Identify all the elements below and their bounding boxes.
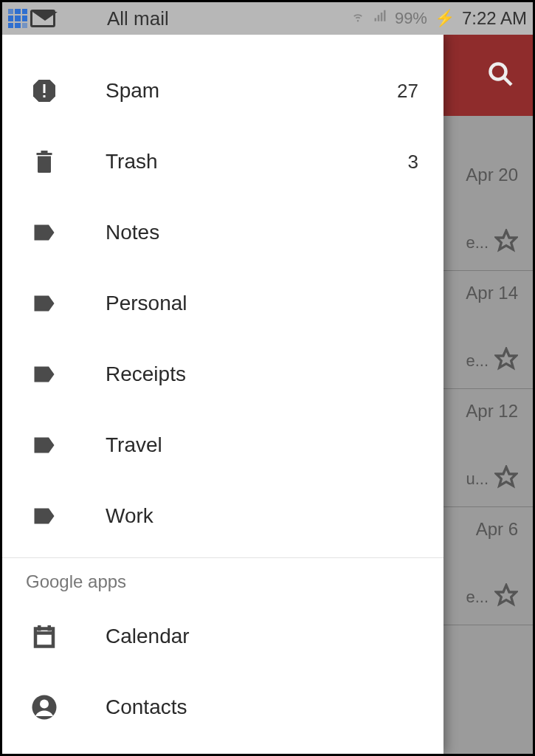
drawer-item-spam[interactable]: Spam 27	[2, 55, 443, 126]
svg-point-11	[40, 700, 49, 709]
drawer-item-label: Contacts	[106, 695, 418, 719]
drawer-item-label: Work	[106, 504, 393, 528]
label-icon	[27, 361, 61, 388]
svg-rect-6	[44, 84, 46, 93]
drawer-section-header: Google apps	[2, 557, 443, 601]
charge-icon: ⚡	[435, 9, 455, 28]
svg-rect-7	[44, 95, 46, 97]
svg-marker-4	[497, 467, 517, 486]
drawer-item-trash[interactable]: Trash 3	[2, 126, 443, 197]
drawer-item-calendar[interactable]: Calendar	[2, 601, 443, 672]
trash-icon	[27, 148, 61, 175]
star-icon[interactable]	[494, 347, 518, 375]
drawer-item-work[interactable]: Work	[2, 481, 443, 551]
drawer-item-personal[interactable]: Personal	[2, 268, 443, 339]
mail-date: Apr 6	[476, 519, 518, 540]
battery-text: 99%	[395, 9, 427, 28]
calendar-icon	[27, 623, 61, 650]
svg-rect-9	[48, 625, 52, 631]
label-icon	[27, 219, 61, 246]
drawer-item-contacts[interactable]: Contacts	[2, 672, 443, 743]
status-bar-title: All mail	[107, 7, 169, 30]
drawer-item-label: Travel	[106, 433, 393, 457]
mail-date: Apr 20	[466, 165, 518, 185]
contacts-icon	[27, 694, 61, 721]
mail-snippet: e...	[466, 233, 489, 252]
mail-snippet: e...	[466, 351, 489, 371]
star-icon[interactable]	[494, 583, 518, 611]
drawer-item-travel[interactable]: Travel	[2, 410, 443, 481]
drawer-item-label: Spam	[106, 79, 393, 103]
drawer-item-count: 27	[393, 80, 418, 103]
navigation-drawer: Spam 27 Trash 3 Notes Personal Receipts	[2, 35, 443, 754]
mail-snippet: e...	[466, 588, 489, 607]
status-bar: All mail 99% ⚡ 7:22 AM	[2, 2, 533, 35]
drawer-item-notes[interactable]: Notes	[2, 197, 443, 268]
star-icon[interactable]	[494, 465, 518, 493]
label-icon	[27, 290, 61, 317]
mail-date: Apr 14	[466, 283, 518, 303]
clock-text: 7:22 AM	[462, 8, 527, 29]
svg-rect-8	[38, 625, 41, 631]
drawer-item-label: Trash	[106, 150, 393, 173]
drawer-item-label: Notes	[106, 221, 393, 244]
drawer-item-label: Personal	[106, 292, 393, 315]
star-icon[interactable]	[494, 229, 518, 257]
mail-snippet: u...	[466, 470, 489, 489]
drawer-item-count: 3	[393, 151, 418, 173]
drawer-item-receipts[interactable]: Receipts	[2, 339, 443, 410]
search-icon[interactable]	[487, 61, 514, 90]
drawer-item-label: Receipts	[106, 362, 393, 386]
wifi-icon	[351, 9, 365, 28]
label-icon	[27, 432, 61, 458]
svg-marker-2	[497, 231, 517, 250]
svg-marker-5	[497, 585, 517, 604]
svg-marker-3	[497, 349, 517, 368]
label-icon	[27, 503, 61, 529]
signal-icon	[373, 9, 387, 28]
apps-grid-icon	[8, 9, 27, 28]
spam-icon	[27, 78, 61, 104]
drawer-item-label: Calendar	[106, 625, 418, 648]
mail-date: Apr 12	[466, 401, 518, 422]
mail-icon	[30, 10, 55, 27]
svg-line-1	[504, 78, 512, 86]
svg-point-0	[491, 64, 506, 80]
